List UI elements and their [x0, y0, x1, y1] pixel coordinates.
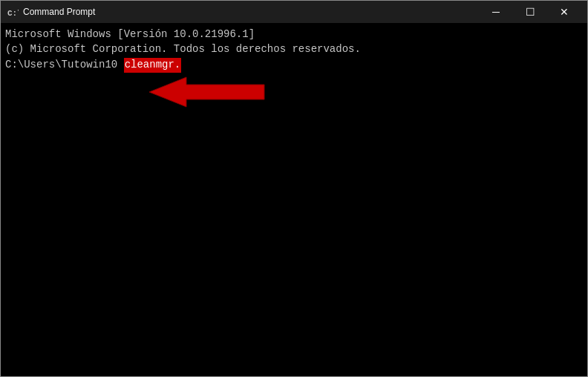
close-button[interactable]: ✕: [547, 1, 581, 23]
svg-marker-3: [149, 77, 264, 107]
window-controls: ─ ☐ ✕: [479, 1, 581, 23]
prompt-line: C:\Users\Tutowin10 cleanmgr.: [5, 58, 583, 73]
svg-text:C:\: C:\: [7, 9, 19, 18]
cmd-icon: C:\: [7, 6, 19, 18]
console-area[interactable]: Microsoft Windows [Versión 10.0.21996.1]…: [1, 23, 587, 376]
prompt-prefix: C:\Users\Tutowin10: [5, 58, 124, 73]
console-line-1: Microsoft Windows [Versión 10.0.21996.1]: [5, 27, 583, 42]
command-highlight: cleanmgr.: [124, 58, 182, 73]
console-line-2: (c) Microsoft Corporation. Todos los der…: [5, 42, 583, 57]
cmd-window: C:\ Command Prompt ─ ☐ ✕ Microsoft Windo…: [0, 0, 588, 377]
window-title: Command Prompt: [23, 7, 479, 17]
minimize-button[interactable]: ─: [479, 1, 513, 23]
prompt-suffix: [181, 58, 187, 73]
title-bar: C:\ Command Prompt ─ ☐ ✕: [1, 1, 587, 23]
maximize-button[interactable]: ☐: [513, 1, 547, 23]
arrow-annotation: [149, 73, 268, 116]
